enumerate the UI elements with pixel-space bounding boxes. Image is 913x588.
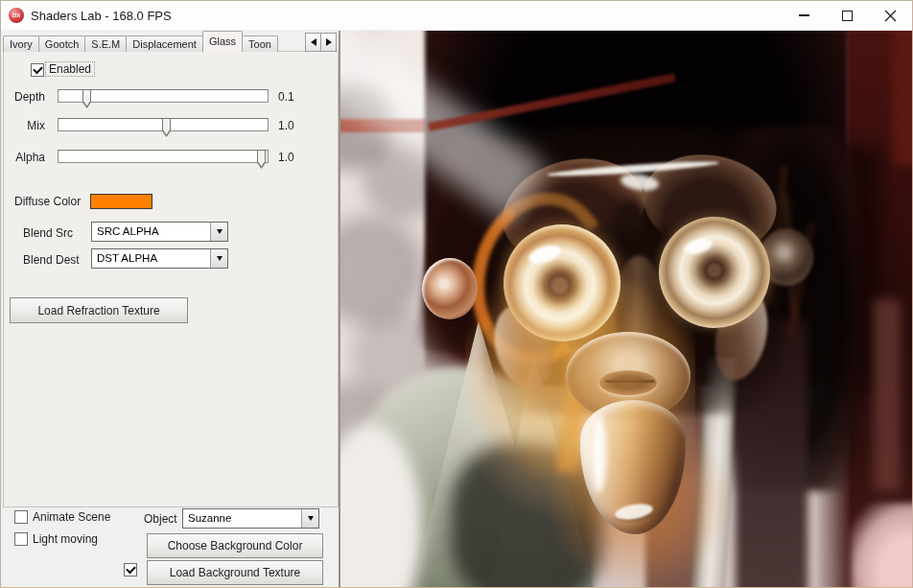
blend-dest-label: Blend Dest <box>23 253 80 267</box>
title-bar[interactable]: DX Shaders Lab - 168.0 FPS <box>1 1 912 30</box>
mix-slider-row: Mix1.0 <box>1 118 335 139</box>
enabled-label[interactable]: Enabled <box>45 61 95 77</box>
light-moving-label: Light moving <box>33 532 98 546</box>
mix-slider-thumb[interactable] <box>162 118 171 137</box>
object-dropdown-button[interactable] <box>301 509 318 528</box>
maximize-icon <box>842 11 853 21</box>
tab-strip: IvoryGootchS.E.MDisplacementGlassToon <box>4 31 278 52</box>
scene-corner-gray <box>851 503 913 587</box>
blend-src-combobox[interactable]: SRC ALPHA <box>91 222 228 242</box>
mix-slider-track[interactable] <box>58 118 269 131</box>
chevron-down-icon <box>217 229 222 234</box>
scene-curtain-highlight <box>892 31 913 165</box>
left-arrow-icon <box>311 38 316 46</box>
tab-toon[interactable]: Toon <box>242 35 278 52</box>
chevron-down-icon <box>217 256 222 261</box>
alpha-value: 1.0 <box>278 151 294 164</box>
tab-ivory[interactable]: Ivory <box>3 35 39 52</box>
close-button[interactable] <box>869 1 912 30</box>
blend-src-label: Blend Src <box>23 226 73 240</box>
maximize-button[interactable] <box>826 1 869 30</box>
diffuse-color-swatch[interactable] <box>90 194 152 209</box>
right-arrow-icon <box>326 38 332 46</box>
blend-src-value: SRC ALPHA <box>97 225 159 237</box>
close-icon <box>884 10 897 22</box>
blend-dest-dropdown-button[interactable] <box>210 249 227 268</box>
check-icon <box>126 564 136 575</box>
scene-warm-glow-overlay <box>465 251 695 539</box>
minimize-icon <box>799 14 809 16</box>
tab-gootch[interactable]: Gootch <box>38 35 85 52</box>
enabled-checkbox[interactable] <box>31 63 44 77</box>
app-icon: DX <box>9 8 24 23</box>
tab-scroll <box>306 33 337 52</box>
depth-value: 0.1 <box>278 90 294 104</box>
light-moving-checkbox[interactable] <box>14 532 28 546</box>
tab-displacement[interactable]: Displacement <box>126 35 203 52</box>
load-background-texture-checkbox[interactable] <box>124 563 137 576</box>
blend-src-dropdown-button[interactable] <box>210 223 227 241</box>
object-label: Object <box>144 512 177 526</box>
choose-background-color-button[interactable]: Choose Background Color <box>147 533 323 558</box>
animate-scene-checkbox[interactable] <box>14 510 28 524</box>
object-combobox[interactable]: Suzanne <box>182 508 319 529</box>
blend-dest-combobox[interactable]: DST ALPHA <box>91 248 228 269</box>
blend-dest-value: DST ALPHA <box>97 252 157 264</box>
mix-value: 1.0 <box>278 119 294 132</box>
window-title: Shaders Lab - 168.0 FPS <box>31 9 172 23</box>
tab-scroll-right-button[interactable] <box>320 33 337 52</box>
depth-slider-track[interactable] <box>58 89 269 103</box>
alpha-slider-row: Alpha1.0 <box>1 150 335 171</box>
alpha-label: Alpha <box>1 151 45 164</box>
minimize-button[interactable] <box>783 1 826 30</box>
tab-s-e-m[interactable]: S.E.M <box>84 35 127 52</box>
depth-slider-thumb[interactable] <box>82 89 91 108</box>
mix-label: Mix <box>1 119 45 132</box>
chevron-down-icon <box>308 516 314 521</box>
depth-slider-row: Depth0.1 <box>1 89 335 110</box>
check-icon <box>33 64 43 75</box>
object-value: Suzanne <box>188 512 231 524</box>
app-window: DX Shaders Lab - 168.0 FPS IvoryGootchS.… <box>0 0 913 588</box>
animate-scene-label: Animate Scene <box>33 510 110 524</box>
load-background-texture-button[interactable]: Load Background Texture <box>147 560 323 585</box>
scene-curtain-fold <box>874 299 901 491</box>
depth-label: Depth <box>1 90 45 104</box>
diffuse-color-label: Diffuse Color <box>14 195 81 208</box>
render-viewport[interactable] <box>339 31 913 587</box>
tab-glass[interactable]: Glass <box>202 31 243 52</box>
load-refraction-texture-button[interactable]: Load Refraction Texture <box>10 297 188 323</box>
alpha-slider-track[interactable] <box>58 150 269 163</box>
alpha-slider-thumb[interactable] <box>257 150 266 169</box>
tab-scroll-left-button[interactable] <box>305 33 321 52</box>
app-icon-text: DX <box>12 12 20 18</box>
